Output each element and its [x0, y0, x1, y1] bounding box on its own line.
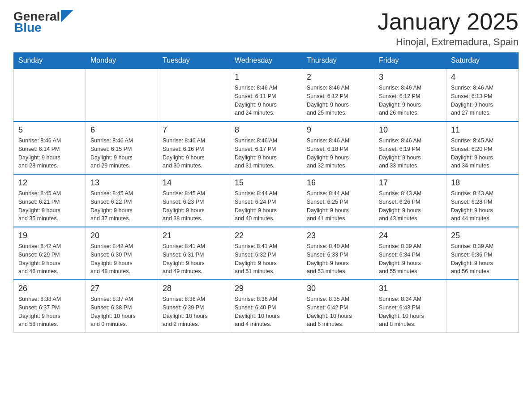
calendar-cell: 26Sunrise: 8:38 AM Sunset: 6:37 PM Dayli… [14, 280, 86, 333]
calendar-cell: 14Sunrise: 8:45 AM Sunset: 6:23 PM Dayli… [158, 174, 230, 227]
day-number: 1 [235, 73, 297, 82]
title-block: January 2025 Hinojal, Extremadura, Spain [378, 9, 519, 48]
day-info: Sunrise: 8:45 AM Sunset: 6:21 PM Dayligh… [18, 189, 81, 223]
day-number: 5 [18, 125, 81, 135]
day-info: Sunrise: 8:41 AM Sunset: 6:31 PM Dayligh… [163, 242, 225, 276]
calendar-cell [158, 68, 230, 121]
calendar-cell: 2Sunrise: 8:46 AM Sunset: 6:12 PM Daylig… [302, 68, 374, 121]
day-number: 6 [90, 125, 153, 135]
day-number: 18 [451, 178, 514, 188]
day-info: Sunrise: 8:46 AM Sunset: 6:16 PM Dayligh… [163, 137, 225, 170]
day-info: Sunrise: 8:46 AM Sunset: 6:12 PM Dayligh… [307, 84, 369, 117]
calendar-cell: 13Sunrise: 8:45 AM Sunset: 6:22 PM Dayli… [86, 174, 158, 227]
day-number: 3 [379, 73, 442, 82]
day-info: Sunrise: 8:46 AM Sunset: 6:12 PM Dayligh… [379, 84, 442, 117]
day-number: 22 [235, 231, 297, 240]
day-number: 25 [451, 231, 514, 240]
weekday-header: Saturday [446, 53, 519, 69]
calendar-header-row: SundayMondayTuesdayWednesdayThursdayFrid… [14, 53, 519, 69]
calendar-cell: 20Sunrise: 8:42 AM Sunset: 6:30 PM Dayli… [86, 227, 158, 280]
calendar-week-row: 26Sunrise: 8:38 AM Sunset: 6:37 PM Dayli… [14, 280, 519, 333]
calendar-cell [86, 68, 158, 121]
day-info: Sunrise: 8:37 AM Sunset: 6:38 PM Dayligh… [90, 295, 153, 329]
page-header: General Blue January 2025 Hinojal, Extre… [13, 9, 519, 48]
calendar-cell: 18Sunrise: 8:43 AM Sunset: 6:28 PM Dayli… [446, 174, 519, 227]
calendar-cell: 5Sunrise: 8:46 AM Sunset: 6:14 PM Daylig… [14, 121, 86, 174]
calendar-cell [446, 280, 519, 333]
day-number: 8 [235, 125, 297, 135]
day-number: 13 [90, 178, 153, 188]
calendar-cell: 11Sunrise: 8:45 AM Sunset: 6:20 PM Dayli… [446, 121, 519, 174]
calendar-cell: 12Sunrise: 8:45 AM Sunset: 6:21 PM Dayli… [14, 174, 86, 227]
day-info: Sunrise: 8:46 AM Sunset: 6:18 PM Dayligh… [307, 137, 369, 170]
day-info: Sunrise: 8:39 AM Sunset: 6:34 PM Dayligh… [379, 242, 442, 276]
calendar-cell: 22Sunrise: 8:41 AM Sunset: 6:32 PM Dayli… [230, 227, 302, 280]
calendar-table: SundayMondayTuesdayWednesdayThursdayFrid… [13, 52, 519, 333]
day-number: 11 [451, 125, 514, 135]
weekday-header: Monday [86, 53, 158, 69]
day-info: Sunrise: 8:36 AM Sunset: 6:39 PM Dayligh… [163, 295, 225, 329]
day-number: 17 [379, 178, 442, 188]
day-number: 7 [163, 125, 225, 135]
weekday-header: Wednesday [230, 53, 302, 69]
day-number: 30 [307, 284, 369, 293]
calendar-cell: 23Sunrise: 8:40 AM Sunset: 6:33 PM Dayli… [302, 227, 374, 280]
calendar-cell: 9Sunrise: 8:46 AM Sunset: 6:18 PM Daylig… [302, 121, 374, 174]
day-number: 23 [307, 231, 369, 240]
day-number: 19 [18, 231, 81, 240]
calendar-cell: 6Sunrise: 8:46 AM Sunset: 6:15 PM Daylig… [86, 121, 158, 174]
day-number: 31 [379, 284, 442, 293]
logo-blue-text: Blue [14, 21, 42, 35]
weekday-header: Thursday [302, 53, 374, 69]
calendar-cell: 7Sunrise: 8:46 AM Sunset: 6:16 PM Daylig… [158, 121, 230, 174]
day-number: 14 [163, 178, 225, 188]
calendar-cell: 31Sunrise: 8:34 AM Sunset: 6:43 PM Dayli… [374, 280, 446, 333]
day-number: 21 [163, 231, 225, 240]
calendar-cell: 19Sunrise: 8:42 AM Sunset: 6:29 PM Dayli… [14, 227, 86, 280]
weekday-header: Friday [374, 53, 446, 69]
calendar-cell: 29Sunrise: 8:36 AM Sunset: 6:40 PM Dayli… [230, 280, 302, 333]
calendar-cell: 8Sunrise: 8:46 AM Sunset: 6:17 PM Daylig… [230, 121, 302, 174]
day-number: 29 [235, 284, 297, 293]
day-info: Sunrise: 8:45 AM Sunset: 6:22 PM Dayligh… [90, 189, 153, 223]
calendar-cell: 25Sunrise: 8:39 AM Sunset: 6:36 PM Dayli… [446, 227, 519, 280]
svg-marker-0 [61, 10, 73, 22]
day-info: Sunrise: 8:43 AM Sunset: 6:28 PM Dayligh… [451, 189, 514, 223]
calendar-cell: 21Sunrise: 8:41 AM Sunset: 6:31 PM Dayli… [158, 227, 230, 280]
weekday-header: Tuesday [158, 53, 230, 69]
day-info: Sunrise: 8:46 AM Sunset: 6:14 PM Dayligh… [18, 137, 81, 170]
calendar-cell [14, 68, 86, 121]
calendar-subtitle: Hinojal, Extremadura, Spain [378, 36, 519, 48]
day-info: Sunrise: 8:41 AM Sunset: 6:32 PM Dayligh… [235, 242, 297, 276]
day-number: 26 [18, 284, 81, 293]
day-info: Sunrise: 8:46 AM Sunset: 6:11 PM Dayligh… [235, 84, 297, 117]
calendar-title: January 2025 [378, 9, 519, 34]
calendar-cell: 28Sunrise: 8:36 AM Sunset: 6:39 PM Dayli… [158, 280, 230, 333]
day-number: 27 [90, 284, 153, 293]
calendar-cell: 3Sunrise: 8:46 AM Sunset: 6:12 PM Daylig… [374, 68, 446, 121]
day-info: Sunrise: 8:34 AM Sunset: 6:43 PM Dayligh… [379, 295, 442, 329]
day-info: Sunrise: 8:39 AM Sunset: 6:36 PM Dayligh… [451, 242, 514, 276]
day-info: Sunrise: 8:46 AM Sunset: 6:19 PM Dayligh… [379, 137, 442, 170]
day-info: Sunrise: 8:44 AM Sunset: 6:25 PM Dayligh… [307, 189, 369, 223]
calendar-cell: 4Sunrise: 8:46 AM Sunset: 6:13 PM Daylig… [446, 68, 519, 121]
calendar-week-row: 12Sunrise: 8:45 AM Sunset: 6:21 PM Dayli… [14, 174, 519, 227]
day-number: 24 [379, 231, 442, 240]
day-info: Sunrise: 8:38 AM Sunset: 6:37 PM Dayligh… [18, 295, 81, 329]
logo-triangle-icon [61, 10, 73, 22]
day-info: Sunrise: 8:35 AM Sunset: 6:42 PM Dayligh… [307, 295, 369, 329]
day-info: Sunrise: 8:45 AM Sunset: 6:20 PM Dayligh… [451, 137, 514, 170]
day-info: Sunrise: 8:44 AM Sunset: 6:24 PM Dayligh… [235, 189, 297, 223]
day-number: 9 [307, 125, 369, 135]
calendar-week-row: 1Sunrise: 8:46 AM Sunset: 6:11 PM Daylig… [14, 68, 519, 121]
day-info: Sunrise: 8:46 AM Sunset: 6:15 PM Dayligh… [90, 137, 153, 170]
day-info: Sunrise: 8:42 AM Sunset: 6:30 PM Dayligh… [90, 242, 153, 276]
day-info: Sunrise: 8:45 AM Sunset: 6:23 PM Dayligh… [163, 189, 225, 223]
day-info: Sunrise: 8:43 AM Sunset: 6:26 PM Dayligh… [379, 189, 442, 223]
day-number: 4 [451, 73, 514, 82]
logo: General Blue [13, 9, 73, 35]
day-number: 20 [90, 231, 153, 240]
weekday-header: Sunday [14, 53, 86, 69]
day-number: 10 [379, 125, 442, 135]
calendar-cell: 10Sunrise: 8:46 AM Sunset: 6:19 PM Dayli… [374, 121, 446, 174]
